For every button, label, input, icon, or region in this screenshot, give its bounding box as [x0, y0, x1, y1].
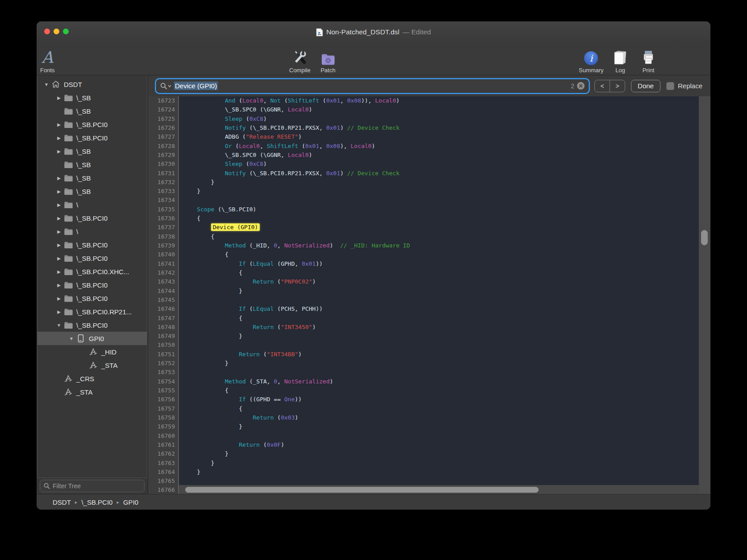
filter-tree-input[interactable]: Filter Tree: [40, 480, 145, 492]
code-text: And (Local0, Not (ShiftLeft (0x01, 0x08)…: [179, 96, 399, 105]
disclosure-right-icon[interactable]: ▶: [54, 243, 63, 247]
tree-item-sbpci0[interactable]: ▶\_SB.PCI0: [37, 211, 147, 225]
method-icon: [63, 387, 73, 396]
tree-item-label: \_SB.PCI0: [76, 121, 108, 128]
breadcrumb-item[interactable]: \_SB.PCI0: [81, 498, 112, 506]
clear-search-icon[interactable]: ✕: [577, 82, 585, 90]
line-number: 16749: [148, 332, 179, 341]
disclosure-right-icon[interactable]: ▶: [54, 256, 63, 261]
tree-item-sb[interactable]: ▶\_SB: [37, 185, 147, 198]
fonts-button[interactable]: A Fonts: [40, 48, 55, 74]
minimize-button[interactable]: [54, 29, 59, 34]
tree-item-sbpci0[interactable]: ▼\_SB.PCI0: [37, 318, 147, 332]
tree-item-sbpci0[interactable]: ▶\_SB.PCI0: [37, 131, 147, 144]
disclosure-right-icon[interactable]: ▶: [54, 269, 63, 274]
code-text: {: [179, 386, 228, 395]
line-number: 16748: [148, 323, 179, 332]
breadcrumb-separator-icon: ▸: [75, 499, 78, 505]
code-text: Return (0x03): [179, 413, 298, 422]
titlebar[interactable]: Non-Patched_DSDT.dsl — Edited: [37, 21, 710, 43]
code-text: Notify (\_SB.PCI0.RP21.PXSX, 0x01) // De…: [179, 124, 399, 132]
compile-button[interactable]: Compile: [289, 48, 311, 74]
code-text: Return ("INT3450"): [179, 323, 315, 332]
tree-item-dsdt[interactable]: ▼DSDT: [37, 78, 147, 91]
disclosure-down-icon[interactable]: ▼: [54, 323, 63, 328]
tree-item-label: \_SB.PCI0: [76, 321, 108, 329]
search-query-text: Device (GPI0): [174, 82, 218, 90]
line-number: 16725: [148, 115, 179, 124]
tree-item-sbpci0[interactable]: ▶\_SB.PCI0: [37, 238, 147, 251]
tree-item-hid[interactable]: _HID: [37, 345, 147, 358]
tree-item-sbpci0[interactable]: ▶\_SB.PCI0: [37, 251, 147, 265]
document-icon: [316, 28, 323, 37]
tree-item-sta[interactable]: _STA: [37, 358, 147, 372]
tree-item-label: \_SB: [76, 188, 91, 195]
tree-item-sbpci0[interactable]: ▶\_SB.PCI0: [37, 292, 147, 305]
disclosure-down-icon[interactable]: ▼: [67, 336, 76, 341]
log-button[interactable]: Log: [613, 48, 628, 74]
print-button[interactable]: Print: [640, 48, 656, 74]
search-input[interactable]: Device (GPI0) 2 ✕: [156, 79, 589, 93]
tree-item-sb[interactable]: ▶\_SB: [37, 91, 147, 104]
content-area: ▼DSDT▶\_SB\_SB▶\_SB.PCI0▶\_SB.PCI0▶\_SB\…: [37, 75, 710, 494]
disclosure-right-icon[interactable]: ▶: [54, 283, 63, 288]
disclosure-right-icon[interactable]: ▶: [54, 136, 63, 140]
breadcrumb-item[interactable]: DSDT: [53, 498, 71, 506]
disclosure-right-icon[interactable]: ▶: [54, 149, 63, 154]
summary-button[interactable]: i Summary: [579, 48, 604, 74]
fonts-label: Fonts: [40, 67, 55, 74]
code-editor[interactable]: 16723 And (Local0, Not (ShiftLeft (0x01,…: [148, 96, 699, 494]
line-number: 16728: [148, 142, 179, 151]
tree-item-label: \_SB: [76, 94, 91, 102]
tree-item-crs[interactable]: _CRS: [37, 372, 147, 385]
tree-item-sbpci0xhc[interactable]: ▶\_SB.PCI0.XHC...: [37, 265, 147, 278]
tree-item-sb[interactable]: \_SB: [37, 104, 147, 118]
line-number: 16754: [148, 377, 179, 386]
find-previous-button[interactable]: <: [595, 80, 610, 92]
zoom-button[interactable]: [63, 29, 69, 34]
vertical-scrollbar[interactable]: [699, 96, 710, 494]
horizontal-scrollbar-thumb[interactable]: [185, 487, 539, 493]
disclosure-right-icon[interactable]: ▶: [54, 229, 63, 234]
replace-checkbox[interactable]: [666, 82, 674, 90]
tree-item-sb[interactable]: ▶\_SB: [37, 144, 147, 158]
disclosure-right-icon[interactable]: ▶: [54, 216, 63, 221]
disclosure-right-icon[interactable]: ▶: [54, 95, 63, 100]
vertical-scrollbar-thumb[interactable]: [701, 230, 708, 245]
folder-icon: [63, 280, 73, 289]
disclosure-right-icon[interactable]: ▶: [54, 309, 63, 314]
tree-item-[interactable]: ▶\: [37, 225, 147, 238]
tree-item-sbpci0[interactable]: ▶\_SB.PCI0: [37, 118, 147, 131]
breadcrumb-item[interactable]: GPI0: [123, 498, 138, 506]
disclosure-down-icon[interactable]: ▼: [42, 82, 51, 87]
find-next-button[interactable]: >: [610, 80, 625, 92]
disclosure-right-icon[interactable]: ▶: [54, 296, 63, 301]
line-number: 16750: [148, 341, 179, 350]
code-text: Device (GPI0): [179, 223, 260, 232]
tree-item-gpi0[interactable]: ▼GPI0: [37, 332, 147, 345]
tree-item-sb[interactable]: ▶\_SB: [37, 171, 147, 185]
disclosure-right-icon[interactable]: ▶: [54, 189, 63, 194]
done-button[interactable]: Done: [631, 80, 660, 92]
close-button[interactable]: [44, 29, 50, 34]
patch-button[interactable]: Patch: [320, 48, 336, 74]
acpi-tree[interactable]: ▼DSDT▶\_SB\_SB▶\_SB.PCI0▶\_SB.PCI0▶\_SB\…: [37, 75, 147, 478]
app-window: Non-Patched_DSDT.dsl — Edited A Fonts Co…: [37, 21, 710, 510]
compile-label: Compile: [289, 67, 311, 74]
line-number: 16758: [148, 413, 179, 422]
horizontal-scrollbar[interactable]: [179, 485, 699, 494]
tree-item-sbpci0rp21[interactable]: ▶\_SB.PCI0.RP21...: [37, 305, 147, 318]
tree-item-sta[interactable]: _STA: [37, 385, 147, 399]
tree-item-sbpci0[interactable]: ▶\_SB.PCI0: [37, 278, 147, 292]
replace-option: Replace: [666, 82, 702, 90]
tree-item-[interactable]: ▶\: [37, 198, 147, 211]
disclosure-right-icon[interactable]: ▶: [54, 122, 63, 127]
tree-item-sb[interactable]: \_SB: [37, 158, 147, 171]
code-line: 16764 }: [148, 468, 699, 477]
line-number: 16765: [148, 477, 179, 486]
disclosure-right-icon[interactable]: ▶: [54, 202, 63, 207]
print-icon: [640, 48, 656, 66]
folder-icon: [63, 120, 73, 129]
search-magnifier-icon[interactable]: [160, 82, 171, 90]
disclosure-right-icon[interactable]: ▶: [54, 176, 63, 181]
